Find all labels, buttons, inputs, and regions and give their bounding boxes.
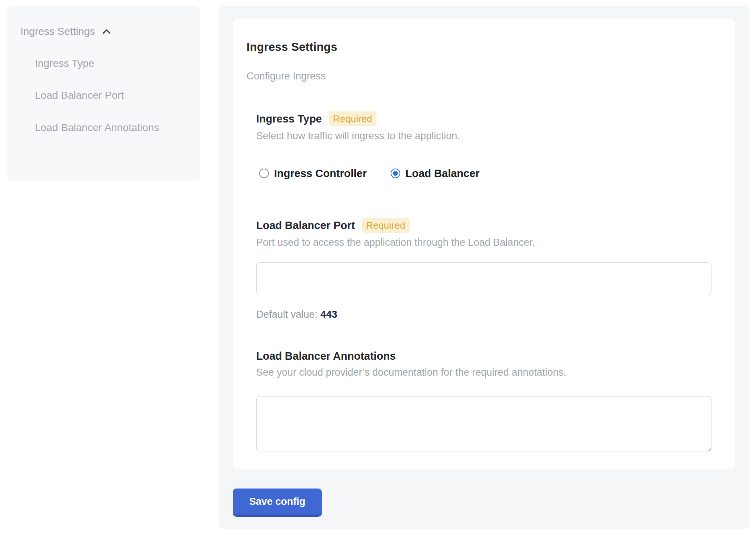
default-value-number: 443 xyxy=(320,309,337,320)
ingress-type-description: Select how traffic will ingress to the a… xyxy=(256,130,721,142)
radio-selected-icon xyxy=(391,169,400,178)
sidebar-item-list: Ingress Type Load Balancer Port Load Bal… xyxy=(35,57,189,138)
chevron-up-icon[interactable] xyxy=(101,26,112,37)
radio-label-load-balancer: Load Balancer xyxy=(405,167,480,180)
section-load-balancer-port: Load Balancer Port Required Port used to… xyxy=(256,218,721,321)
required-badge: Required xyxy=(362,218,410,233)
ingress-type-heading: Ingress Type xyxy=(256,112,322,125)
radio-option-ingress-controller[interactable]: Ingress Controller xyxy=(259,167,367,180)
sidebar-group-label: Ingress Settings xyxy=(20,25,95,38)
sidebar-group-ingress-settings[interactable]: Ingress Settings xyxy=(20,25,189,38)
section-ingress-type: Ingress Type Required Select how traffic… xyxy=(256,111,721,180)
sidebar-item-ingress-type[interactable]: Ingress Type xyxy=(35,57,161,70)
load-balancer-annotations-description: See your cloud provider’s documentation … xyxy=(256,366,721,379)
required-badge: Required xyxy=(329,111,377,126)
sidebar-item-load-balancer-annotations[interactable]: Load Balancer Annotations xyxy=(35,117,161,138)
default-value-label: Default value: xyxy=(256,309,317,320)
settings-nav-sidebar: Ingress Settings Ingress Type Load Balan… xyxy=(7,6,200,181)
page-title: Ingress Settings xyxy=(247,40,721,54)
radio-unselected-icon xyxy=(259,169,269,178)
default-value-line: Default value:443 xyxy=(256,308,721,321)
sidebar-item-load-balancer-port[interactable]: Load Balancer Port xyxy=(35,89,161,102)
load-balancer-port-description: Port used to access the application thro… xyxy=(256,236,721,249)
settings-panel: Ingress Settings Configure Ingress Ingre… xyxy=(219,6,749,529)
ingress-type-radio-group: Ingress Controller Load Balancer xyxy=(259,167,721,180)
section-load-balancer-annotations: Load Balancer Annotations See your cloud… xyxy=(256,349,721,451)
load-balancer-annotations-textarea[interactable] xyxy=(256,396,711,451)
load-balancer-port-input[interactable] xyxy=(256,262,711,295)
radio-option-load-balancer[interactable]: Load Balancer xyxy=(391,167,480,180)
save-config-button[interactable]: Save config xyxy=(233,489,322,517)
ingress-settings-card: Ingress Settings Configure Ingress Ingre… xyxy=(233,19,735,469)
radio-label-ingress-controller: Ingress Controller xyxy=(274,167,367,180)
load-balancer-port-heading: Load Balancer Port xyxy=(256,219,355,232)
load-balancer-annotations-heading: Load Balancer Annotations xyxy=(256,349,396,363)
page-subtitle: Configure Ingress xyxy=(247,70,721,82)
